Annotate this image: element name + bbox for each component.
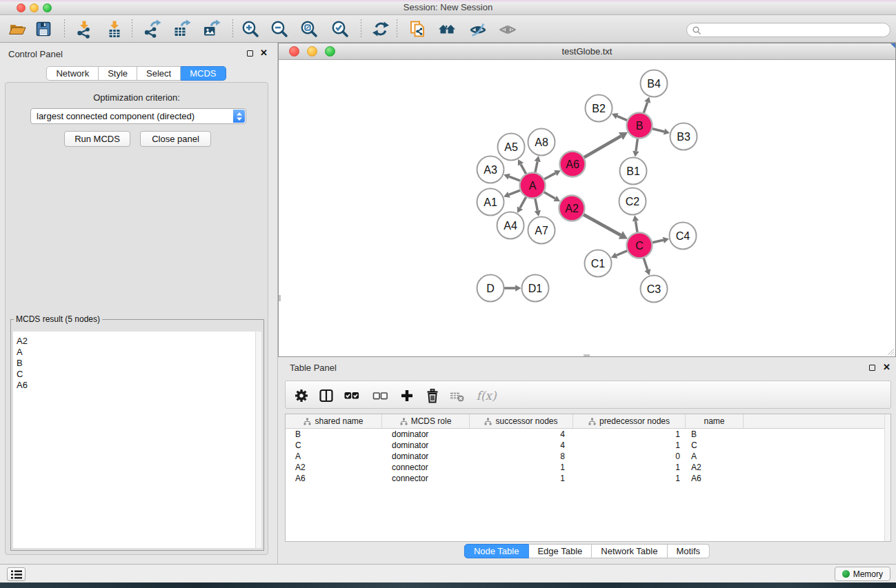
delete-columns-button[interactable] xyxy=(423,386,441,405)
node-table[interactable]: shared name MCDS role xyxy=(285,414,891,542)
table-cell[interactable]: dominator xyxy=(382,451,470,462)
zoom-out-button[interactable] xyxy=(270,19,289,39)
table-cell[interactable]: dominator xyxy=(382,440,470,451)
table-cell[interactable]: connector xyxy=(382,473,470,484)
mcds-result-list[interactable]: A2ABCA6 xyxy=(13,332,261,548)
tab-select[interactable]: Select xyxy=(137,66,181,81)
export-network-button[interactable] xyxy=(142,19,161,39)
close-panel-icon[interactable]: ✕ xyxy=(260,50,268,56)
table-cell[interactable]: 1 xyxy=(470,473,573,484)
table-cell[interactable]: A xyxy=(286,451,382,462)
zoom-fit-button[interactable] xyxy=(299,19,319,39)
add-column-button[interactable] xyxy=(397,386,416,405)
scrollbar-track[interactable] xyxy=(255,332,261,548)
table-cell[interactable]: C xyxy=(686,440,744,451)
open-session-button[interactable] xyxy=(8,19,27,39)
graph-edge-A-A7[interactable] xyxy=(535,198,538,211)
graph-edge-B-B2[interactable] xyxy=(617,116,628,121)
table-cell[interactable]: connector xyxy=(382,462,470,473)
mcds-result-item[interactable]: B xyxy=(13,358,261,369)
function-builder-button[interactable]: f(x) xyxy=(474,386,499,405)
graph-edge-B-B1[interactable] xyxy=(636,138,638,151)
table-cell[interactable]: 1 xyxy=(573,462,686,473)
column-header-shared-name[interactable]: shared name xyxy=(286,414,382,428)
table-settings-button[interactable] xyxy=(292,386,310,405)
table-cell[interactable]: 4 xyxy=(470,440,573,451)
deselect-all-button[interactable] xyxy=(370,386,389,405)
graph-edge-C-C2[interactable] xyxy=(635,221,637,233)
table-cell[interactable]: dominator xyxy=(382,429,470,440)
criterion-dropdown[interactable]: largest connected component (directed) xyxy=(30,108,246,124)
table-cell[interactable]: 1 xyxy=(573,429,686,440)
table-cell[interactable]: B xyxy=(286,429,382,440)
mcds-result-item[interactable]: A2 xyxy=(13,336,261,347)
graph-edge-A-A8[interactable] xyxy=(535,161,537,173)
export-image-button[interactable] xyxy=(201,19,221,39)
graph-edge-A-A2[interactable] xyxy=(544,192,555,199)
graph-edge-A-A5[interactable] xyxy=(521,164,526,174)
tab-network[interactable]: Network xyxy=(46,66,99,81)
float-panel-icon[interactable] xyxy=(247,50,253,57)
table-cell[interactable]: 0 xyxy=(573,451,686,462)
graph-edge-B-B4[interactable] xyxy=(644,102,648,113)
table-cell[interactable]: A xyxy=(686,451,744,462)
graph-edge-A-A4[interactable] xyxy=(520,196,526,207)
table-row[interactable]: Adominator80A xyxy=(286,451,890,462)
delete-table-button[interactable] xyxy=(448,386,466,405)
import-network-button[interactable] xyxy=(74,19,94,39)
column-header-predecessor-nodes[interactable]: predecessor nodes xyxy=(573,414,686,428)
tab-mcds[interactable]: MCDS xyxy=(181,66,226,81)
table-cell[interactable]: A2 xyxy=(686,462,744,473)
table-body[interactable]: Bdominator41BCdominator41CAdominator80AA… xyxy=(286,429,890,484)
hide-panels-button[interactable] xyxy=(468,19,488,39)
column-header-successor-nodes[interactable]: successor nodes xyxy=(470,414,573,428)
table-cell[interactable]: 4 xyxy=(470,429,573,440)
tab-network-table[interactable]: Network Table xyxy=(592,544,667,558)
graph-edge-A-A1[interactable] xyxy=(509,190,521,195)
mcds-result-item[interactable]: A6 xyxy=(13,380,261,391)
graph-edge-A-A6[interactable] xyxy=(544,173,555,179)
split-panel-button[interactable] xyxy=(317,386,335,405)
table-row[interactable]: Cdominator41C xyxy=(286,440,890,451)
graph-edge-C-C1[interactable] xyxy=(617,250,628,255)
splitter-handle[interactable] xyxy=(584,354,590,356)
refresh-view-button[interactable] xyxy=(371,19,390,39)
close-panel-icon[interactable]: ✕ xyxy=(883,364,890,370)
close-panel-button[interactable]: Close panel xyxy=(140,131,211,147)
network-window-titlebar[interactable]: testGlobe.txt xyxy=(279,43,895,60)
graph-edge-A-A3[interactable] xyxy=(509,176,521,181)
graph-edge-C-C3[interactable] xyxy=(644,258,648,270)
show-panels-button[interactable] xyxy=(498,19,517,39)
table-row[interactable]: Bdominator41B xyxy=(286,429,890,440)
scrollbar-track[interactable] xyxy=(884,414,890,541)
table-cell[interactable]: 1 xyxy=(573,440,686,451)
task-console-button[interactable] xyxy=(7,567,26,581)
go-home-button[interactable] xyxy=(437,19,457,39)
tab-motifs[interactable]: Motifs xyxy=(667,544,710,558)
table-cell[interactable]: B xyxy=(686,429,744,440)
graph-edge-A6-B[interactable] xyxy=(584,136,621,158)
table-cell[interactable]: A6 xyxy=(686,473,744,484)
export-table-button[interactable] xyxy=(172,19,191,39)
search-input[interactable] xyxy=(704,26,890,35)
tab-style[interactable]: Style xyxy=(99,66,137,81)
zoom-selected-button[interactable] xyxy=(330,19,350,39)
table-cell[interactable]: C xyxy=(286,440,382,451)
tab-node-table[interactable]: Node Table xyxy=(464,544,529,558)
run-mcds-button[interactable]: Run MCDS xyxy=(64,131,130,147)
mcds-result-item[interactable]: C xyxy=(13,369,261,380)
resize-grip-icon[interactable] xyxy=(886,347,895,356)
column-header-name[interactable]: name xyxy=(686,414,744,428)
network-canvas[interactable]: AA1A2A3A4A5A6A7A8BB1B2B3B4CC1C2C3C4DD1 xyxy=(279,60,895,356)
table-row[interactable]: A6connector11A6 xyxy=(286,473,890,484)
memory-button[interactable]: Memory xyxy=(835,567,890,581)
table-cell[interactable]: 1 xyxy=(470,462,573,473)
float-panel-icon[interactable] xyxy=(869,365,875,371)
graph-edge-C-C4[interactable] xyxy=(652,240,664,243)
mcds-result-item[interactable]: A xyxy=(13,347,261,358)
import-table-button[interactable] xyxy=(105,19,124,39)
select-all-button[interactable] xyxy=(342,386,361,405)
table-cell[interactable]: A2 xyxy=(286,462,382,473)
table-row[interactable]: A2connector11A2 xyxy=(286,462,890,473)
graph-edge-A2-C[interactable] xyxy=(583,214,621,235)
